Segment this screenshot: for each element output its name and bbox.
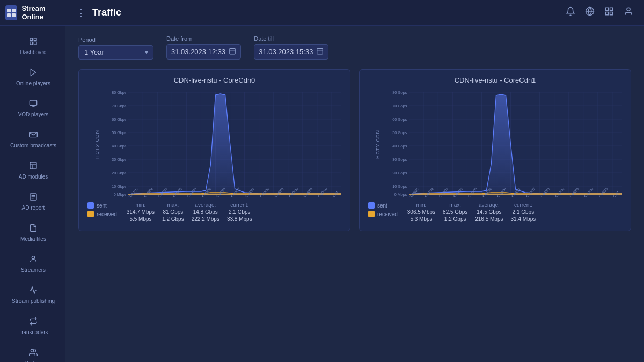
sent-min-1: 306.5 Mbps xyxy=(407,209,435,215)
sidebar-item-media-files[interactable]: Media files xyxy=(0,217,65,248)
chart-cdn0-svg: 80 Gbps 70 Gbps 60 Gbps 50 Gbps 40 Gbps … xyxy=(109,90,341,197)
sidebar-item-transcoders[interactable]: Transcoders xyxy=(0,310,65,341)
sidebar-nav: Dashboard Online players VOD players Cus… xyxy=(0,26,65,362)
sidebar-item-visitors[interactable]: Visitors xyxy=(0,341,65,362)
chart-cdn0-sent-legend: sent xyxy=(87,202,117,209)
sidebar-label-online-players: Online players xyxy=(16,80,50,87)
sidebar-icon-online-players xyxy=(27,67,39,78)
svg-text:15:40/09: 15:40/09 xyxy=(568,187,580,197)
chart-cdn1-ylabel: НCТУ CDN xyxy=(375,130,380,159)
svg-text:15:40/08: 15:40/08 xyxy=(272,187,284,197)
sent-avg: 14.8 Gbps xyxy=(193,209,218,215)
sidebar-label-ad-report: AD report xyxy=(22,205,45,211)
svg-text:20 Gbps: 20 Gbps xyxy=(112,171,126,175)
recv-max: 1.2 Gbps xyxy=(162,216,184,222)
chart-cdn0-max-col: max: 81 Gbps 1.2 Gbps xyxy=(162,202,184,222)
charts-row: CDN-live-nstu - CoreCdn0 НCТУ CDN xyxy=(78,69,631,231)
main-content: ⋮ Traffic Period 1 Hour xyxy=(65,0,644,362)
svg-rect-0 xyxy=(7,9,11,12)
chart-cdn1-max-col: max: 82.5 Gbps 1.2 Gbps xyxy=(443,202,467,222)
min-header: min: xyxy=(135,202,145,208)
recv-max-1: 1.2 Gbps xyxy=(444,216,466,222)
svg-point-34 xyxy=(627,8,630,11)
svg-text:15:40/04: 15:40/04 xyxy=(437,187,449,197)
svg-rect-2 xyxy=(7,13,11,17)
menu-icon[interactable]: ⋮ xyxy=(76,7,86,19)
date-from-calendar-icon[interactable] xyxy=(229,47,236,56)
recv-min: 5.5 Mbps xyxy=(129,216,151,222)
svg-text:40 Gbps: 40 Gbps xyxy=(392,144,407,149)
date-till-calendar-icon[interactable] xyxy=(316,47,324,56)
svg-text:15:40/04: 15:40/04 xyxy=(142,187,153,197)
user-icon[interactable] xyxy=(624,6,633,19)
sidebar-icon-visitors xyxy=(27,346,39,358)
sidebar-item-ad-report[interactable]: AD report xyxy=(0,186,65,217)
received-color-swatch-1 xyxy=(368,211,375,217)
svg-text:70 Gbps: 70 Gbps xyxy=(392,104,407,108)
svg-text:20 Gbps: 20 Gbps xyxy=(392,171,407,175)
app-logo: Stream Online xyxy=(0,0,65,26)
svg-text:60 Gbps: 60 Gbps xyxy=(112,117,126,122)
sidebar-label-ad-modules: AD modules xyxy=(19,174,48,180)
period-label: Period xyxy=(78,36,153,43)
avg-header-1: average: xyxy=(479,202,500,208)
chart-cdn1-title: CDN-live-nstu - CoreCdn1 xyxy=(368,76,622,84)
recv-avg: 222.2 Mbps xyxy=(192,216,219,222)
min-header-1: min: xyxy=(416,202,426,208)
chart-cdn1-cur-col: current: 2.1 Gbps 31.4 Mbps xyxy=(511,202,536,222)
chart-cdn0: CDN-live-nstu - CoreCdn0 НCТУ CDN xyxy=(78,69,350,231)
chart-cdn1: CDN-live-nstu - CoreCdn1 НCТУ CDN xyxy=(359,69,631,231)
app-name: Stream Online xyxy=(21,4,60,21)
sent-color-swatch-1 xyxy=(368,202,375,209)
globe-icon[interactable] xyxy=(585,6,595,19)
svg-text:10 Gbps: 10 Gbps xyxy=(392,184,407,189)
bell-icon[interactable] xyxy=(566,6,575,19)
avg-header: average: xyxy=(195,202,216,208)
date-till-filter: Date till 31.03.2023 15:33 xyxy=(254,35,328,60)
sidebar-label-media-files: Media files xyxy=(20,236,46,242)
period-filter: Period 1 Hour 6 Hours 1 Day 1 Week 1 Mon… xyxy=(78,36,153,60)
sidebar-item-vod-players[interactable]: VOD players xyxy=(0,92,65,123)
sidebar-item-stream-publishing[interactable]: Stream publishing xyxy=(0,279,65,310)
cur-header-1: current: xyxy=(514,202,532,208)
svg-rect-7 xyxy=(30,42,33,45)
chart-cdn1-sent-legend: sent xyxy=(368,202,398,209)
grid-icon[interactable] xyxy=(604,6,614,19)
svg-rect-5 xyxy=(34,38,36,41)
received-label-1: received xyxy=(377,211,398,217)
page-title: Traffic xyxy=(92,7,121,18)
svg-text:80 Gbps: 80 Gbps xyxy=(112,90,126,95)
sent-min: 314.7 Mbps xyxy=(127,209,155,215)
sidebar-icon-streamers xyxy=(27,253,39,265)
sidebar-label-vod-players: VOD players xyxy=(18,112,49,118)
svg-rect-3 xyxy=(12,13,16,17)
max-header: max: xyxy=(167,202,179,208)
sent-color-swatch xyxy=(87,202,94,209)
svg-text:15:40/08: 15:40/08 xyxy=(258,187,269,197)
recv-cur-1: 31.4 Mbps xyxy=(511,216,536,222)
svg-rect-31 xyxy=(610,8,613,10)
svg-rect-9 xyxy=(30,100,36,105)
sidebar-item-streamers[interactable]: Streamers xyxy=(0,248,65,279)
svg-text:30 Gbps: 30 Gbps xyxy=(112,157,126,162)
sidebar-item-online-players[interactable]: Online players xyxy=(0,61,65,92)
chart-cdn0-cur-col: current: 2.1 Gbps 33.8 Mbps xyxy=(227,202,252,222)
period-select[interactable]: 1 Hour 6 Hours 1 Day 1 Week 1 Month 1 Ye… xyxy=(78,45,153,60)
svg-text:15:40/09: 15:40/09 xyxy=(287,187,299,197)
recv-cur: 33.8 Mbps xyxy=(227,216,252,222)
sidebar-label-dashboard: Dashboard xyxy=(20,49,47,56)
svg-text:10 Gbps: 10 Gbps xyxy=(112,184,126,189)
chart-cdn0-ylabel: НCТУ CDN xyxy=(94,130,100,159)
sidebar-item-ad-modules[interactable]: AD modules xyxy=(0,154,65,186)
svg-text:15:40/04: 15:40/04 xyxy=(422,187,434,197)
sidebar-item-dashboard[interactable]: Dashboard xyxy=(0,30,65,61)
filters-row: Period 1 Hour 6 Hours 1 Day 1 Week 1 Mon… xyxy=(78,35,631,60)
svg-rect-30 xyxy=(605,8,608,10)
svg-text:60 Gbps: 60 Gbps xyxy=(392,117,407,122)
svg-text:50 Gbps: 50 Gbps xyxy=(392,130,407,135)
sent-avg-1: 14.5 Gbps xyxy=(477,209,501,215)
sent-label-1: sent xyxy=(377,203,387,209)
sidebar-item-custom-broadcasts[interactable]: Custom broadcasts xyxy=(0,123,65,154)
received-label: received xyxy=(97,211,117,217)
chart-cdn1-svg: 80 Gbps 70 Gbps 60 Gbps 50 Gbps 40 Gbps … xyxy=(390,90,622,197)
